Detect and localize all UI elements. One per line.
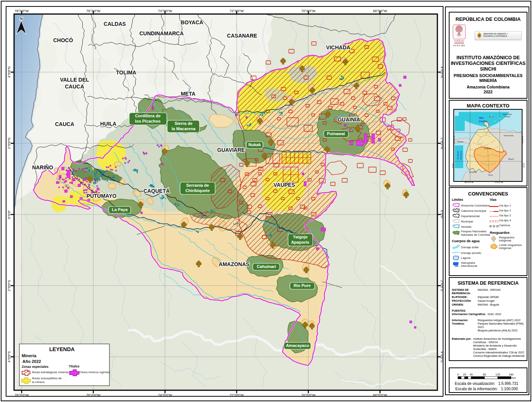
svg-text:los Picachos: los Picachos [135, 119, 160, 123]
svg-text:Títulos: Títulos [69, 364, 79, 368]
svg-text:68°0′0″W: 68°0′0″W [373, 393, 387, 397]
svg-text:2°0′0″S: 2°0′0″S [440, 280, 444, 292]
svg-text:Netherlands: Netherlands [503, 114, 512, 115]
svg-text:la minera: la minera [32, 380, 44, 384]
svg-text:BOYACÁ: BOYACÁ [180, 19, 203, 25]
svg-text:GUAVIARE: GUAVIARE [217, 147, 245, 153]
svg-text:CHOCÓ: CHOCÓ [53, 37, 73, 43]
svg-text:VALLE DEL: VALLE DEL [60, 77, 89, 83]
svg-text:4°0′0″S: 4°0′0″S [7, 351, 11, 363]
svg-text:68°0′0″W: 68°0′0″W [373, 9, 387, 13]
svg-text:Sierra de: Sierra de [174, 121, 192, 126]
svg-text:Instituto: Instituto [454, 39, 464, 43]
svg-text:Brazil: Brazil [508, 158, 514, 160]
svg-text:VICHADA: VICHADA [326, 44, 350, 50]
svg-text:PUTUMAYO: PUTUMAYO [87, 193, 117, 199]
svg-text:AMAZONAS: AMAZONAS [219, 261, 250, 267]
svg-text:Aruba: Aruba [489, 116, 494, 118]
svg-text:CAUCA: CAUCA [65, 84, 84, 90]
svg-text:Cahuinari: Cahuinari [257, 264, 276, 269]
svg-text:LEYENDA: LEYENDA [49, 346, 75, 352]
svg-text:Áreas estratégicas mineras: Áreas estratégicas mineras [32, 370, 69, 374]
svg-text:0: 0 [457, 374, 459, 376]
svg-text:la Macarena: la Macarena [172, 126, 196, 131]
svg-text:Océano: Océano [457, 151, 459, 159]
svg-text:NARIÑO: NARIÑO [32, 164, 53, 170]
svg-text:120: 120 [496, 374, 500, 376]
svg-text:Venezuela: Venezuela [504, 134, 514, 137]
svg-text:4°0′0″N: 4°0′0″N [440, 66, 444, 78]
svg-text:Serrania de: Serrania de [186, 183, 209, 188]
svg-text:Chiribiquete: Chiribiquete [185, 188, 210, 193]
svg-text:SINCHI: SINCHI [453, 44, 465, 46]
svg-text:Peru: Peru [488, 174, 493, 176]
svg-text:160: 160 [509, 374, 514, 376]
svg-text:76°0′0″W: 76°0′0″W [86, 9, 100, 13]
svg-text:Áreas susceptibles de: Áreas susceptibles de [32, 377, 62, 380]
svg-text:4°0′0″N: 4°0′0″N [7, 66, 11, 78]
svg-text:2°0′0″S: 2°0′0″S [7, 280, 11, 292]
svg-text:GUAINÍA: GUAINÍA [337, 117, 360, 123]
svg-text:78°0′0″W: 78°0′0″W [15, 9, 29, 13]
svg-text:Ecuador: Ecuador [469, 171, 477, 173]
svg-text:74°0′0″W: 74°0′0″W [158, 393, 172, 397]
svg-text:Rio Pure: Rio Pure [293, 283, 310, 288]
svg-text:Yaigoje: Yaigoje [293, 235, 308, 239]
svg-text:Año 2022: Año 2022 [22, 359, 41, 364]
svg-text:Puinawai: Puinawai [327, 131, 345, 136]
svg-text:Amacayacu: Amacayacu [286, 343, 309, 348]
svg-text:Títulos mineros vigentes: Títulos mineros vigentes [79, 370, 110, 374]
svg-text:N: N [20, 16, 23, 21]
svg-text:La Paya: La Paya [112, 207, 128, 212]
svg-text:20: 20 [463, 374, 466, 376]
svg-text:Mar: Mar [479, 117, 484, 119]
svg-text:Apaporis: Apaporis [291, 240, 309, 244]
svg-text:2°0′0″N: 2°0′0″N [7, 138, 11, 149]
svg-text:0°0′0″: 0°0′0″ [440, 210, 444, 219]
svg-text:72°0′0″W: 72°0′0″W [230, 9, 244, 13]
svg-text:70°0′0″W: 70°0′0″W [301, 9, 315, 13]
svg-text:CASANARE: CASANARE [227, 33, 257, 39]
svg-text:Minería: Minería [22, 353, 36, 358]
svg-text:VAUPÉS: VAUPÉS [274, 182, 295, 188]
svg-text:Zonas especiales: Zonas especiales [22, 365, 49, 369]
svg-text:72°0′0″W: 72°0′0″W [230, 393, 244, 397]
svg-text:CAQUETÁ: CAQUETÁ [143, 188, 169, 194]
svg-text:Colombia: Colombia [484, 148, 491, 150]
svg-text:0°0′0″: 0°0′0″ [7, 210, 11, 219]
svg-text:Km: Km [512, 377, 516, 379]
svg-text:Antilles: Antilles [505, 116, 510, 118]
svg-text:CUNDINAMARCA: CUNDINAMARCA [139, 30, 184, 36]
svg-text:CAUCA: CAUCA [55, 121, 74, 127]
svg-text:80: 80 [483, 374, 486, 376]
svg-text:Cordillera de: Cordillera de [135, 114, 160, 118]
svg-text:CALDAS: CALDAS [104, 21, 126, 27]
svg-text:76°0′0″W: 76°0′0″W [86, 393, 100, 397]
svg-text:78°0′0″W: 78°0′0″W [15, 393, 29, 397]
svg-text:40: 40 [470, 374, 473, 376]
svg-text:74°0′0″W: 74°0′0″W [158, 9, 172, 13]
svg-text:META: META [181, 91, 196, 97]
svg-text:TOLIMA: TOLIMA [116, 69, 136, 76]
svg-text:Nukak: Nukak [248, 142, 261, 147]
svg-text:4°0′0″S: 4°0′0″S [440, 351, 444, 363]
svg-text:Caribe: Caribe [479, 120, 487, 123]
svg-text:Panama: Panama [457, 141, 464, 143]
svg-text:HUILA: HUILA [100, 121, 117, 127]
svg-text:70°0′0″W: 70°0′0″W [301, 393, 315, 397]
svg-text:Pacífico: Pacífico [460, 151, 462, 159]
svg-text:2°0′0″N: 2°0′0″N [440, 138, 444, 149]
